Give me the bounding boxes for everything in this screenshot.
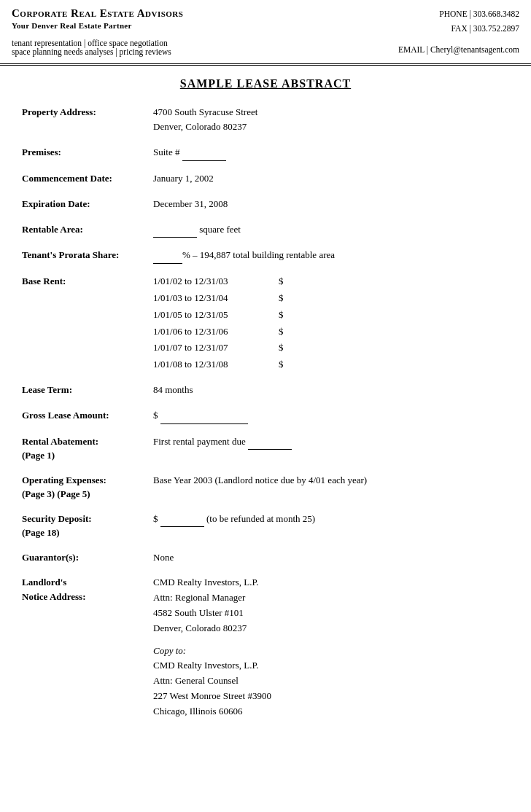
rentable-area-row: Rentable Area: square feet [22,222,509,238]
rental-abatement-row: Rental Abatement: (Page 1) First rental … [22,434,509,463]
email-line: EMAIL | Cheryl@tenantsagent.com [398,43,519,58]
base-rent-value: 1/01/02 to 12/31/03 $ 1/01/03 to 12/31/0… [153,274,509,372]
rental-abatement-value: First rental payment due [153,434,509,450]
lease-term-row: Lease Term: 84 months [22,383,509,398]
expiration-date-value: December 31, 2008 [153,197,509,212]
gross-lease-row: Gross Lease Amount: $ [22,408,509,424]
header-right: PHONE | 303.668.3482 FAX | 303.752.2897 … [398,7,519,58]
base-rent-row: Base Rent: 1/01/02 to 12/31/03 $ 1/01/03… [22,274,509,372]
security-deposit-label: Security Deposit: (Page 18) [22,512,153,540]
rent-row-3: 1/01/05 to 12/31/05 $ [153,308,509,323]
prorata-share-label: Tenant's Prorata Share: [22,248,153,262]
security-deposit-value: $ (to be refunded at month 25) [153,512,509,528]
operating-expenses-row: Operating Expenses: (Page 3) (Page 5) Ba… [22,473,509,501]
rent-row-4: 1/01/06 to 12/31/06 $ [153,324,509,340]
fax-line: FAX | 303.752.2897 [398,22,519,36]
security-deposit-row: Security Deposit: (Page 18) $ (to be ref… [22,512,509,540]
gross-lease-label: Gross Lease Amount: [22,408,153,423]
page: Corporate Real Estate Advisors Your Denv… [0,0,531,812]
lease-term-value: 84 months [153,383,509,398]
prorata-share-row: Tenant's Prorata Share: % – 194,887 tota… [22,248,509,264]
main-content: SAMPLE LEASE ABSTRACT Property Address: … [0,66,531,744]
guarantors-value: None [153,550,509,566]
commencement-date-row: Commencement Date: January 1, 2002 [22,171,509,187]
gross-lease-value: $ [153,408,509,424]
fax-number: 303.752.2897 [473,24,519,33]
header: Corporate Real Estate Advisors Your Denv… [0,0,531,66]
services: tenant representation | office space neg… [12,39,398,56]
rent-row-6: 1/01/08 to 12/31/08 $ [153,357,509,372]
rentable-area-value: square feet [153,222,509,238]
property-address-label: Property Address: [22,105,153,120]
premises-label: Premises: [22,145,153,160]
property-address-row: Property Address: 4700 South Syracuse St… [22,105,509,136]
commencement-date-value: January 1, 2002 [153,171,509,187]
services-line1: tenant representation | office space neg… [12,39,398,47]
phone-line: PHONE | 303.668.3482 [398,7,519,22]
services-line2: space planning needs analyses | pricing … [12,47,398,56]
guarantors-label: Guarantor(s): [22,550,153,565]
rent-row-2: 1/01/03 to 12/31/04 $ [153,291,509,306]
guarantors-row: Guarantor(s): None [22,550,509,566]
landlord-notice-label: Landlord's Notice Address: [22,575,153,604]
rent-row-1: 1/01/02 to 12/31/03 $ [153,274,509,289]
commencement-date-label: Commencement Date: [22,171,153,186]
operating-expenses-label: Operating Expenses: (Page 3) (Page 5) [22,473,153,501]
landlord-notice-value: CMD Realty Investors, L.P. Attn: Regiona… [153,575,509,719]
premises-value: Suite # [153,145,509,161]
phone-label: PHONE [439,9,467,18]
fax-label: FAX [451,24,468,33]
phone-number: 303.668.3482 [473,9,519,18]
rentable-area-label: Rentable Area: [22,222,153,237]
prorata-share-value: % – 194,887 total building rentable area [153,248,509,264]
company-name: Corporate Real Estate Advisors [12,7,398,20]
rent-row-5: 1/01/07 to 12/31/07 $ [153,340,509,356]
header-left: Corporate Real Estate Advisors Your Denv… [12,7,398,56]
premises-row: Premises: Suite # [22,145,509,161]
expiration-date-row: Expiration Date: December 31, 2008 [22,197,509,212]
copy-to-label: Copy to: [153,645,186,656]
lease-term-label: Lease Term: [22,383,153,397]
email-label: EMAIL [398,45,425,54]
email-address: Cheryl@tenantsagent.com [430,45,519,54]
expiration-date-label: Expiration Date: [22,197,153,211]
base-rent-label: Base Rent: [22,274,153,289]
operating-expenses-value: Base Year 2003 (Landlord notice due by 4… [153,473,509,488]
rental-abatement-label: Rental Abatement: (Page 1) [22,434,153,463]
landlord-notice-row: Landlord's Notice Address: CMD Realty In… [22,575,509,719]
rent-table: 1/01/02 to 12/31/03 $ 1/01/03 to 12/31/0… [153,274,509,372]
property-address-value: 4700 South Syracuse Street Denver, Color… [153,105,509,136]
document-title: SAMPLE LEASE ABSTRACT [22,77,509,90]
tagline: Your Denver Real Estate Partner [12,21,398,30]
